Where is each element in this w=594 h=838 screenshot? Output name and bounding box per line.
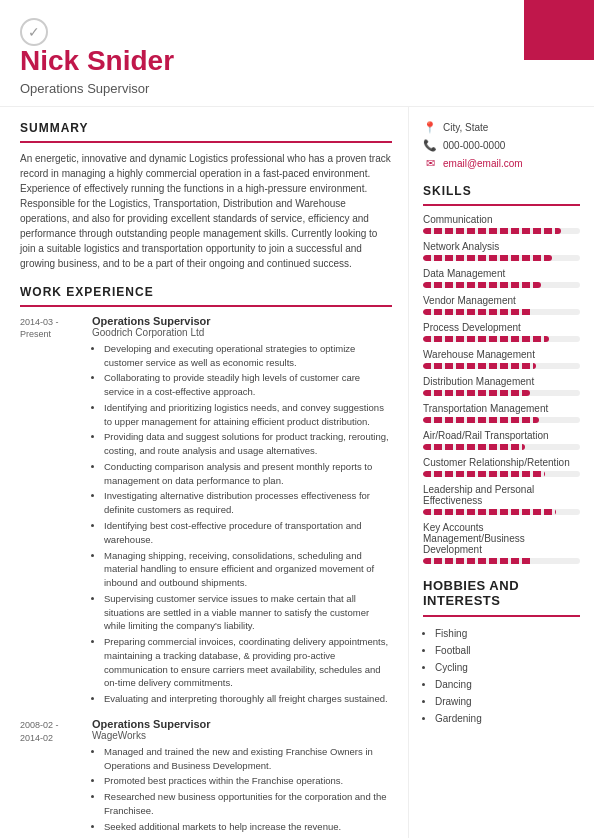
- skill-bar-fill: [423, 255, 552, 261]
- skill-item: Vendor Management: [423, 295, 580, 315]
- skill-bar-bg: [423, 509, 580, 515]
- header: ✓ Nick Snider Operations Supervisor: [0, 0, 594, 107]
- skill-bar-bg: [423, 363, 580, 369]
- skill-bar-fill: [423, 228, 561, 234]
- email-text: email@email.com: [443, 158, 523, 169]
- contact-phone: 📞 000-000-0000: [423, 139, 580, 152]
- skill-name: Key Accounts Management/Business Develop…: [423, 522, 580, 555]
- hobby-item: Football: [435, 642, 580, 659]
- right-column: 📍 City, State 📞 000-000-0000 ✉ email@ema…: [409, 107, 594, 838]
- skill-item: Air/Road/Rail Transportation: [423, 430, 580, 450]
- skill-name: Communication: [423, 214, 580, 225]
- skill-item: Communication: [423, 214, 580, 234]
- phone-icon: 📞: [423, 139, 437, 152]
- skill-name: Vendor Management: [423, 295, 580, 306]
- job-title-1: Operations Supervisor: [92, 315, 392, 327]
- skill-item: Network Analysis: [423, 241, 580, 261]
- candidate-name: Nick Snider: [20, 46, 574, 77]
- list-item: Preparing commercial invoices, coordinat…: [104, 635, 392, 690]
- hobby-item: Gardening: [435, 710, 580, 727]
- job-dates-2: 2008-02 - 2014-02: [20, 718, 92, 838]
- skill-bar-bg: [423, 390, 580, 396]
- skill-name: Distribution Management: [423, 376, 580, 387]
- skill-item: Leadership and Personal Effectiveness: [423, 484, 580, 515]
- skill-bar-fill: [423, 282, 541, 288]
- hobbies-title: HOBBIES AND INTERESTS: [423, 578, 580, 609]
- skills-list: Communication Network Analysis Data Mana…: [423, 214, 580, 564]
- job-company-2: WageWorks: [92, 730, 392, 741]
- skill-bar-fill: [423, 558, 533, 564]
- job-block-1: 2014-03 - Present Operations Supervisor …: [20, 315, 392, 708]
- list-item: Managed and trained the new and existing…: [104, 745, 392, 773]
- list-item: Identifying and prioritizing logistics n…: [104, 401, 392, 429]
- hobbies-list: FishingFootballCyclingDancingDrawingGard…: [423, 625, 580, 727]
- location-text: City, State: [443, 122, 488, 133]
- candidate-title: Operations Supervisor: [20, 81, 574, 96]
- skill-bar-bg: [423, 228, 580, 234]
- skill-item: Distribution Management: [423, 376, 580, 396]
- list-item: Collaborating to provide steadily high l…: [104, 371, 392, 399]
- skills-divider: [423, 204, 580, 206]
- hobby-item: Drawing: [435, 693, 580, 710]
- skill-bar-fill: [423, 471, 545, 477]
- contact-location: 📍 City, State: [423, 121, 580, 134]
- work-experience-divider: [20, 305, 392, 307]
- skill-item: Process Development: [423, 322, 580, 342]
- skill-bar-bg: [423, 255, 580, 261]
- skill-bar-bg: [423, 309, 580, 315]
- job-block-2: 2008-02 - 2014-02 Operations Supervisor …: [20, 718, 392, 838]
- skill-item: Key Accounts Management/Business Develop…: [423, 522, 580, 564]
- skill-bar-fill: [423, 390, 530, 396]
- skill-bar-fill: [423, 336, 549, 342]
- summary-divider: [20, 141, 392, 143]
- skill-name: Network Analysis: [423, 241, 580, 252]
- skill-name: Transportation Management: [423, 403, 580, 414]
- skill-bar-fill: [423, 363, 536, 369]
- skill-bar-bg: [423, 282, 580, 288]
- skill-item: Transportation Management: [423, 403, 580, 423]
- left-column: SUMMARY An energetic, innovative and dyn…: [0, 107, 409, 838]
- summary-text: An energetic, innovative and dynamic Log…: [20, 151, 392, 271]
- contact-section: 📍 City, State 📞 000-000-0000 ✉ email@ema…: [423, 121, 580, 170]
- list-item: Seeked additional markets to help increa…: [104, 820, 392, 834]
- skill-name: Warehouse Management: [423, 349, 580, 360]
- check-icon: ✓: [20, 18, 48, 46]
- skill-bar-fill: [423, 444, 525, 450]
- skill-name: Customer Relationship/Retention: [423, 457, 580, 468]
- skill-bar-bg: [423, 336, 580, 342]
- list-item: Researched new business opportunities fo…: [104, 790, 392, 818]
- location-icon: 📍: [423, 121, 437, 134]
- skill-name: Leadership and Personal Effectiveness: [423, 484, 580, 506]
- job-bullets-1: Developing and executing operational str…: [92, 342, 392, 706]
- skill-bar-bg: [423, 558, 580, 564]
- list-item: Supervising customer service issues to m…: [104, 592, 392, 633]
- skills-title: SKILLS: [423, 184, 580, 198]
- skill-bar-fill: [423, 509, 556, 515]
- skill-name: Air/Road/Rail Transportation: [423, 430, 580, 441]
- job-bullets-2: Managed and trained the new and existing…: [92, 745, 392, 838]
- list-item: Developing and executing operational str…: [104, 342, 392, 370]
- job-dates-1: 2014-03 - Present: [20, 315, 92, 708]
- list-item: Managing shipping, receiving, consolidat…: [104, 549, 392, 590]
- hobby-item: Cycling: [435, 659, 580, 676]
- job-content-2: Operations Supervisor WageWorks Managed …: [92, 718, 392, 838]
- list-item: Conducting comparison analysis and prese…: [104, 460, 392, 488]
- hobbies-divider: [423, 615, 580, 617]
- list-item: Evaluating and interpreting thoroughly a…: [104, 692, 392, 706]
- summary-title: SUMMARY: [20, 121, 392, 135]
- skill-name: Process Development: [423, 322, 580, 333]
- header-accent-block: [524, 0, 594, 60]
- skill-bar-fill: [423, 309, 533, 315]
- list-item: Providing data and suggest solutions for…: [104, 430, 392, 458]
- contact-email: ✉ email@email.com: [423, 157, 580, 170]
- job-content-1: Operations Supervisor Goodrich Corporati…: [92, 315, 392, 708]
- phone-text: 000-000-0000: [443, 140, 505, 151]
- job-company-1: Goodrich Corporation Ltd: [92, 327, 392, 338]
- work-experience-title: WORK EXPERIENCE: [20, 285, 392, 299]
- hobby-item: Fishing: [435, 625, 580, 642]
- skill-bar-bg: [423, 417, 580, 423]
- skill-item: Data Management: [423, 268, 580, 288]
- main-content: SUMMARY An energetic, innovative and dyn…: [0, 107, 594, 838]
- list-item: Identifying best cost-effective procedur…: [104, 519, 392, 547]
- skill-bar-bg: [423, 444, 580, 450]
